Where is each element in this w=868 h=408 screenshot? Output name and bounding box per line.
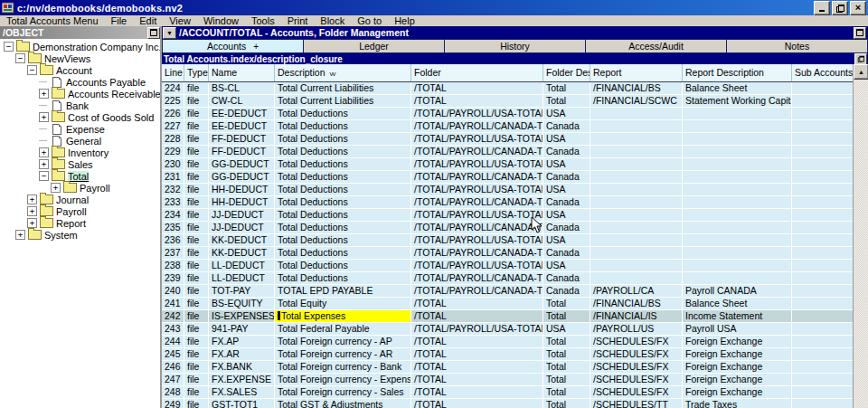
cell-report-description[interactable]: Foreign Exchange	[683, 386, 792, 399]
cell-type[interactable]: file	[184, 158, 209, 171]
tree-item-accounts-receivable[interactable]: +Accounts Receivable	[0, 88, 160, 100]
cell-line[interactable]: 249	[162, 399, 184, 408]
tab-accounts[interactable]: Accounts+	[162, 39, 304, 53]
cell-folder-desc[interactable]: Total	[543, 298, 590, 310]
tree-item-sales[interactable]: +Sales	[0, 158, 160, 170]
cell-line[interactable]: 224	[162, 82, 184, 95]
tree-item-report[interactable]: +Report	[0, 217, 160, 229]
cell-name[interactable]: IS-EXPENSES	[209, 310, 275, 323]
cell-name[interactable]: CW-CL	[209, 95, 275, 108]
cell-report-description[interactable]	[683, 184, 792, 196]
cell-line[interactable]: 240	[162, 285, 184, 298]
cell-folder-desc[interactable]: Total	[543, 399, 590, 408]
cell-name[interactable]: GG-DEDUCT	[209, 158, 275, 171]
cell-line[interactable]: 236	[162, 234, 184, 247]
cell-type[interactable]: file	[184, 285, 209, 298]
cell-report[interactable]: /SCHEDULES/FX	[590, 361, 683, 374]
cell-line[interactable]: 226	[162, 108, 184, 120]
cell-folder-desc[interactable]: Canada	[543, 146, 590, 158]
cell-name[interactable]: GG-DEDUCT	[209, 171, 275, 184]
cell-report-description[interactable]: Trade Taxes	[683, 399, 792, 408]
cell-report-description[interactable]	[683, 222, 792, 234]
cell-report-description[interactable]	[683, 133, 792, 146]
cell-report[interactable]: /FINANCIAL/BS	[590, 82, 683, 95]
cell-line[interactable]: 244	[162, 336, 184, 348]
expand-icon[interactable]: +	[15, 230, 25, 240]
cell-folder[interactable]: /TOTAL/PAYROLL/CANADA-TOTAL	[411, 285, 543, 298]
cell-name[interactable]: FX.EXPENSE	[209, 374, 275, 386]
cell-type[interactable]: file	[184, 386, 209, 399]
cell-line[interactable]: 232	[162, 184, 184, 196]
cell-name[interactable]: KK-DEDUCT	[209, 247, 275, 260]
cell-folder-desc[interactable]: Total	[543, 95, 590, 108]
cell-folder-desc[interactable]: Canada	[543, 247, 590, 260]
tree-item-cost-of-goods-sold[interactable]: +Cost of Goods Sold	[0, 111, 160, 123]
tree-item-label[interactable]: Account	[56, 65, 92, 76]
cell-description[interactable]: Total Deductions	[275, 260, 411, 272]
cell-report-description[interactable]: Income Statement	[683, 310, 792, 323]
cell-sub-accounts[interactable]	[792, 374, 854, 386]
cell-folder[interactable]: /TOTAL/PAYROLL/USA-TOTAL	[411, 158, 543, 171]
cell-sub-accounts[interactable]	[792, 399, 854, 408]
cell-description[interactable]: Total Foreign currency - Sales	[275, 386, 411, 399]
tab-access-audit[interactable]: Access/Audit	[586, 39, 727, 53]
cell-folder[interactable]: /TOTAL	[411, 348, 543, 361]
cell-line[interactable]: 246	[162, 361, 184, 374]
tree-item-label[interactable]: System	[44, 230, 78, 241]
cell-description[interactable]: Total Deductions	[275, 196, 411, 209]
cell-folder-desc[interactable]: USA	[543, 133, 590, 146]
cell-description[interactable]: Total Foreign currency - AP	[275, 336, 411, 348]
cell-report-description[interactable]	[683, 108, 792, 120]
cell-folder-desc[interactable]: Canada	[543, 285, 590, 298]
cell-report[interactable]: /SCHEDULES/FX	[590, 336, 683, 348]
cell-sub-accounts[interactable]	[792, 348, 854, 361]
cell-report-description[interactable]	[683, 146, 792, 158]
cell-line[interactable]: 247	[162, 374, 184, 386]
cell-sub-accounts[interactable]	[792, 171, 854, 184]
expand-icon[interactable]: +	[27, 218, 37, 228]
cell-folder-desc[interactable]: USA	[543, 158, 590, 171]
menu-item-tools[interactable]: Tools	[245, 15, 281, 26]
cell-sub-accounts[interactable]	[792, 209, 854, 222]
cell-folder-desc[interactable]: Total	[543, 374, 590, 386]
cell-sub-accounts[interactable]	[792, 158, 854, 171]
cell-report-description[interactable]: Balance Sheet	[683, 82, 792, 95]
cell-sub-accounts[interactable]	[792, 234, 854, 247]
tree-item-newviews[interactable]: −NewViews	[0, 52, 160, 64]
cell-type[interactable]: file	[184, 247, 209, 260]
cell-name[interactable]: LL-DEDUCT	[209, 272, 275, 285]
cell-description[interactable]: Total Expenses	[275, 310, 411, 323]
cell-report[interactable]	[590, 234, 683, 247]
tree-item-system[interactable]: +System	[0, 229, 160, 241]
cell-line[interactable]: 233	[162, 196, 184, 209]
cell-report[interactable]	[590, 171, 683, 184]
cell-sub-accounts[interactable]	[792, 361, 854, 374]
cell-description[interactable]: Total Federal Payable	[275, 323, 411, 336]
cell-type[interactable]: file	[184, 222, 209, 234]
object-panel-maximize-button[interactable]	[147, 27, 160, 39]
cell-folder[interactable]: /TOTAL	[411, 298, 543, 310]
cell-description[interactable]: Total Deductions	[275, 158, 411, 171]
cell-name[interactable]: JJ-DEDUCT	[209, 222, 275, 234]
tree-item-payroll[interactable]: +Payroll	[0, 182, 160, 194]
collapse-icon[interactable]: −	[15, 53, 25, 63]
tree-item-label[interactable]: Bank	[66, 100, 89, 111]
cell-type[interactable]: file	[184, 298, 209, 310]
tree-item-label[interactable]: Payroll	[56, 206, 87, 217]
cell-report-description[interactable]	[683, 234, 792, 247]
cell-type[interactable]: file	[184, 120, 209, 133]
cell-sub-accounts[interactable]	[792, 247, 854, 260]
cell-folder[interactable]: /TOTAL/PAYROLL/USA-TOTAL	[411, 184, 543, 196]
tab-ledger[interactable]: Ledger	[304, 39, 445, 53]
tree-item-label[interactable]: Accounts Payable	[66, 77, 146, 88]
expand-icon[interactable]: +	[27, 195, 37, 204]
cell-name[interactable]: JJ-DEDUCT	[209, 209, 275, 222]
cell-folder[interactable]: /TOTAL/PAYROLL/CANADA-TOTAL	[411, 146, 543, 158]
cell-sub-accounts[interactable]	[792, 323, 854, 336]
cell-description[interactable]: Total Deductions	[275, 184, 411, 196]
cell-name[interactable]: 941-PAY	[209, 323, 275, 336]
cell-report-description[interactable]	[683, 247, 792, 260]
cell-report[interactable]	[590, 196, 683, 209]
cell-line[interactable]: 234	[162, 209, 184, 222]
cell-folder[interactable]: /TOTAL	[411, 361, 543, 374]
